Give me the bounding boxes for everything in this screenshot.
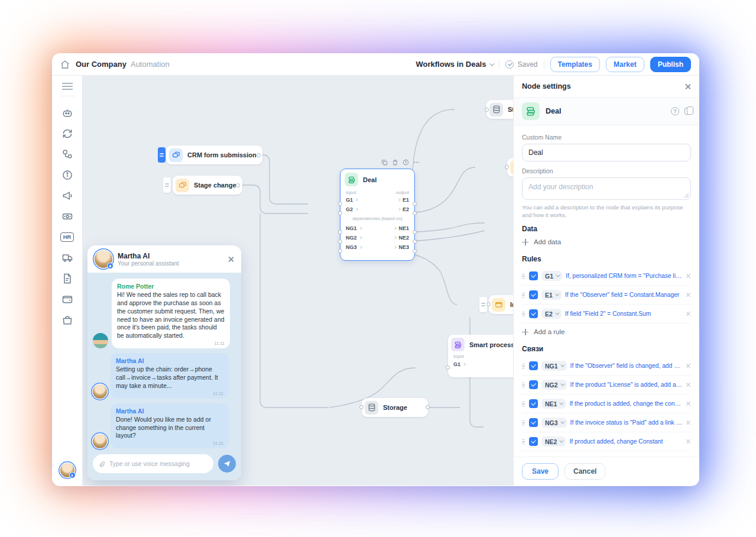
dependency-id-dropdown[interactable]: NG1 (541, 361, 567, 371)
menu-icon[interactable] (62, 83, 73, 90)
chat-message-input[interactable] (109, 460, 207, 467)
drag-handle-icon[interactable] (522, 364, 525, 369)
dependency-id-dropdown[interactable]: NE1 (541, 399, 566, 409)
input-port[interactable] (338, 240, 342, 244)
shop-icon[interactable] (60, 313, 74, 327)
output-port[interactable] (413, 230, 417, 234)
dependency-checkbox[interactable] (529, 380, 538, 389)
info-icon[interactable] (60, 168, 74, 182)
remove-icon[interactable] (686, 439, 691, 444)
node-stage-change[interactable]: Stage change (173, 176, 242, 195)
node-crm-form-submission[interactable]: CRM form submission (166, 145, 262, 164)
save-button[interactable]: Save (522, 463, 559, 480)
dependency-checkbox[interactable] (529, 418, 538, 427)
add-data-button[interactable]: Add data (522, 237, 691, 250)
rule-id-dropdown[interactable]: G1 (541, 271, 562, 281)
input-port[interactable] (446, 365, 450, 370)
clock-icon[interactable] (403, 159, 409, 166)
output-port[interactable] (236, 183, 240, 187)
custom-name-input[interactable] (522, 144, 691, 161)
home-icon[interactable] (60, 60, 70, 69)
output-port[interactable] (426, 405, 430, 409)
remove-icon[interactable] (686, 292, 691, 297)
port-label[interactable]: NE3 (398, 244, 409, 250)
flow-icon[interactable] (60, 147, 74, 161)
remove-icon[interactable] (686, 382, 691, 387)
drag-handle-icon[interactable] (522, 274, 525, 279)
rule-checkbox[interactable] (529, 309, 538, 318)
dependency-checkbox[interactable] (529, 437, 538, 446)
rule-checkbox[interactable] (529, 290, 538, 299)
drag-handle-icon[interactable] (522, 420, 525, 426)
wallet-icon[interactable] (60, 292, 74, 306)
remove-icon[interactable] (686, 311, 691, 316)
document-icon[interactable] (60, 271, 74, 286)
paperclip-icon[interactable] (99, 460, 106, 468)
rule-id-dropdown[interactable]: E1 (541, 290, 562, 300)
duplicate-icon[interactable] (684, 108, 691, 115)
templates-button[interactable]: Templates (550, 57, 600, 72)
node-quick-toolbar[interactable] (158, 147, 166, 163)
port-label[interactable]: E2 (403, 206, 409, 212)
remove-icon[interactable] (686, 273, 691, 279)
node-storage-bottom[interactable]: Storage (362, 398, 428, 417)
input-port[interactable] (485, 108, 489, 112)
port-label[interactable]: G1 (453, 361, 460, 367)
help-icon[interactable]: ? (671, 107, 679, 115)
output-port[interactable] (413, 249, 417, 253)
remove-icon[interactable] (686, 420, 691, 425)
add-dependency-button[interactable]: Add dependency (522, 451, 691, 457)
input-port[interactable] (359, 405, 364, 409)
dependency-checkbox[interactable] (529, 361, 538, 370)
assistant-avatar[interactable] (60, 463, 74, 477)
dependency-id-dropdown[interactable]: NG3 (541, 418, 567, 428)
rule-id-dropdown[interactable]: E2 (541, 309, 562, 319)
dependency-id-dropdown[interactable]: NG2 (541, 380, 567, 390)
more-icon[interactable] (413, 159, 420, 166)
output-port[interactable] (413, 211, 417, 215)
node-deal[interactable]: Deal input output G1 E1 G2 E2 dependenci… (340, 169, 415, 261)
bot-icon[interactable] (60, 106, 74, 120)
banknote-icon[interactable] (60, 209, 74, 224)
market-button[interactable]: Market (606, 57, 644, 72)
remove-icon[interactable] (686, 401, 691, 406)
port-label[interactable]: NG3 (346, 244, 357, 250)
drag-handle-icon[interactable] (522, 383, 525, 388)
megaphone-icon[interactable] (60, 189, 74, 203)
port-label[interactable]: NE1 (398, 225, 409, 231)
drag-handle-icon[interactable] (522, 402, 525, 407)
port-label[interactable]: NG2 (346, 235, 357, 241)
rule-checkbox[interactable] (529, 271, 538, 280)
truck-icon[interactable] (60, 251, 74, 265)
dependency-checkbox[interactable] (529, 399, 538, 408)
input-port[interactable] (338, 249, 342, 253)
drag-handle-icon[interactable] (522, 439, 525, 445)
output-port[interactable] (413, 240, 417, 244)
input-port[interactable] (505, 165, 509, 169)
port-label[interactable]: E1 (403, 197, 409, 203)
port-label[interactable]: G1 (346, 197, 353, 203)
workflow-title-dropdown[interactable]: Workflows in Deals (416, 60, 494, 69)
sync-icon[interactable] (60, 127, 74, 141)
close-icon[interactable] (684, 83, 691, 90)
resize-handle[interactable] (684, 193, 689, 198)
port-label[interactable]: NE2 (398, 235, 409, 241)
input-port[interactable] (338, 211, 342, 215)
duplicate-icon[interactable] (381, 159, 388, 166)
trash-icon[interactable] (392, 159, 398, 166)
remove-icon[interactable] (686, 363, 691, 368)
output-port[interactable] (413, 202, 417, 206)
add-rule-button[interactable]: Add a rule (522, 324, 691, 340)
close-icon[interactable] (228, 256, 234, 263)
output-port[interactable] (257, 153, 261, 157)
description-textarea[interactable]: Add your description (522, 177, 691, 200)
input-port[interactable] (486, 302, 491, 306)
port-label[interactable]: G2 (346, 206, 353, 212)
send-button[interactable] (218, 455, 236, 473)
drag-handle-icon[interactable] (522, 293, 525, 298)
drag-handle-icon[interactable] (522, 312, 525, 317)
publish-button[interactable]: Publish (650, 57, 691, 72)
input-port[interactable] (338, 202, 342, 206)
cancel-button[interactable]: Cancel (564, 463, 605, 480)
port-label[interactable]: NG1 (346, 225, 357, 231)
